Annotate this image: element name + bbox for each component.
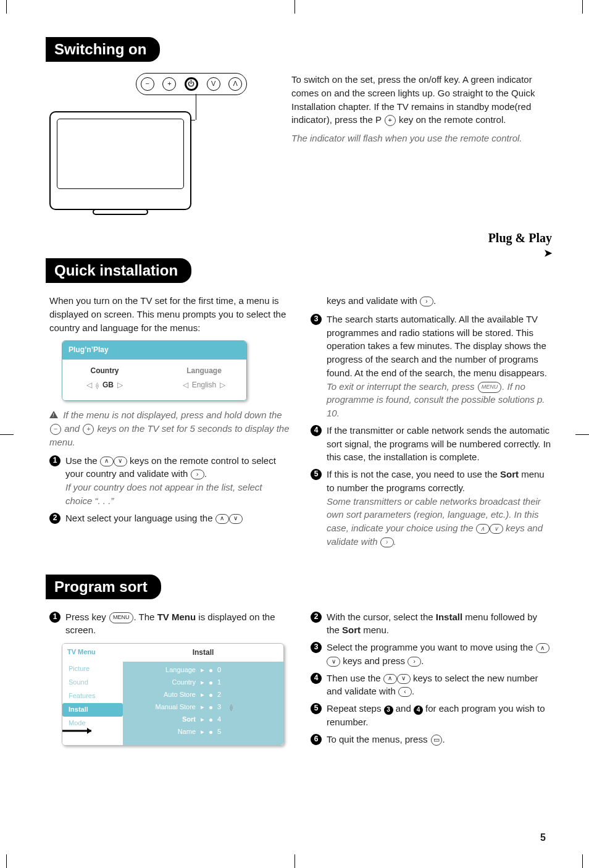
menu-item-picture: Picture (62, 662, 123, 676)
quick-step1-note: If your country does not appear in the l… (65, 481, 291, 508)
osd-title: Plug’n’Play (62, 341, 246, 359)
switching-on-body: To switch on the set, press the on/off k… (291, 73, 552, 127)
tv-button-plus: + (162, 77, 176, 91)
sort-step6: To quit the menus, press ▭. (327, 733, 445, 746)
menu-item-install: Install (62, 703, 123, 717)
menu-key-icon: MENU (478, 382, 502, 393)
tv-button-minus: − (141, 77, 154, 91)
down-key-icon: ∨ (327, 657, 340, 667)
quick-step5-note: Some transmitters or cable networks broa… (327, 495, 552, 549)
quick-intro: When you turn on the TV set for the firs… (49, 294, 291, 334)
quick-step4: If the transmitter or cable network send… (327, 424, 552, 464)
right-key-icon: › (380, 537, 394, 547)
quick-step2-tail: keys and validate with ›. (327, 294, 552, 308)
down-key-icon: ∨ (397, 674, 411, 684)
exit-key-icon: ▭ (431, 735, 442, 746)
warning-icon (49, 411, 58, 418)
up-key-icon: ∧ (215, 514, 229, 524)
left-arrow-icon: ◁ (183, 380, 188, 390)
right-key-icon: › (191, 470, 204, 479)
up-key-icon: ∧ (476, 524, 490, 534)
tv-button-power: ⏻ (185, 77, 198, 91)
switching-on-note: The indicator will flash when you use th… (291, 132, 552, 145)
quick-step2: Next select your language using the ∧∨ (65, 512, 243, 525)
step-badge-4: 4 (311, 425, 322, 436)
updown-icon: ▵▿ (96, 382, 99, 389)
menu-item-features: Features (62, 689, 123, 703)
section-header-program-sort: Program sort (46, 575, 161, 599)
up-key-icon: ∧ (383, 674, 397, 684)
menu-key-icon: MENU (109, 612, 133, 623)
step-badge-4: 4 (311, 673, 322, 684)
osd-country-value: GB (102, 380, 114, 390)
sort-step4: Then use the ∧∨ keys to select the new n… (327, 672, 552, 699)
osd-country-label: Country (67, 366, 142, 376)
install-item-language: Language (128, 665, 196, 675)
step-badge-5: 5 (311, 469, 322, 480)
osd-language-value: English (192, 380, 216, 390)
page-number: 5 (540, 832, 546, 843)
quick-step3: The search starts automatically. All the… (327, 314, 547, 378)
step-badge-2: 2 (49, 513, 61, 524)
section-header-switching-on: Switching on (46, 37, 160, 62)
guide-arrow-icon (62, 728, 101, 746)
step-badge-5: 5 (311, 703, 322, 714)
sort-step2: With the cursor, select the Install menu… (327, 610, 552, 638)
step-badge-1: 1 (49, 612, 61, 623)
quick-step3-note: To exit or interrupt the search, press M… (327, 380, 552, 420)
tvmenu-title: TV Menu (62, 644, 123, 661)
left-key-icon: ‹ (398, 687, 412, 697)
tv-illustration: − + ⏻ V Λ (49, 73, 247, 215)
step-badge-3: 3 (311, 314, 322, 325)
step-badge-3: 3 (311, 642, 322, 653)
step-badge-6: 6 (311, 734, 322, 745)
install-item-manualstore: Manual Store (128, 702, 196, 712)
install-item-name: Name (128, 727, 196, 737)
tv-button-v: V (207, 77, 220, 91)
right-arrow-icon: ▷ (117, 380, 123, 390)
quick-step5: If this is not the case, you need to use… (327, 469, 545, 493)
left-arrow-icon: ◁ (86, 380, 92, 390)
quick-warning-note: If the menu is not displayed, press and … (49, 408, 291, 449)
menu-item-sound: Sound (62, 676, 123, 689)
section-header-quick-installation: Quick installation (46, 258, 191, 283)
sort-step1: Press key MENU. The TV Menu is displayed… (65, 610, 291, 638)
up-key-icon: ∧ (536, 643, 549, 653)
install-item-sort: Sort (128, 715, 196, 725)
tv-button-lambda: Λ (228, 77, 242, 91)
right-arrow-icon: ▷ (220, 380, 225, 390)
install-title: Install (123, 644, 283, 662)
sort-step3: Select the programme you want to move us… (327, 641, 552, 668)
step-badge-1: 1 (49, 455, 61, 466)
install-item-autostore: Auto Store (128, 690, 196, 700)
plus-key-icon: + (83, 424, 94, 435)
minus-key-icon: − (50, 424, 61, 435)
right-key-icon: › (420, 297, 433, 306)
up-key-icon: ∧ (100, 457, 114, 466)
p-plus-key-icon: + (385, 115, 396, 126)
plugnplay-osd: Plug’n’Play Country ◁ ▵▿ GB ▷ Language (62, 340, 247, 401)
down-key-icon: ∨ (490, 524, 503, 534)
quick-step1: Use the ∧∨ keys on the remote control to… (65, 455, 276, 479)
step-badge-2: 2 (311, 612, 322, 623)
sort-step5: Repeat steps 3 and 4 for each program yo… (327, 702, 552, 729)
right-key-icon: › (407, 657, 421, 667)
ref-badge-3: 3 (384, 706, 393, 715)
down-key-icon: ∨ (229, 514, 243, 524)
tv-menu-osd: TV Menu Picture Sound Features Install M… (62, 643, 284, 746)
ref-badge-4: 4 (414, 706, 423, 715)
osd-language-label: Language (167, 366, 241, 376)
down-key-icon: ∨ (114, 457, 127, 466)
plug-n-play-logo: Plug & Play➤ (49, 231, 552, 259)
install-item-country: Country (128, 678, 196, 688)
